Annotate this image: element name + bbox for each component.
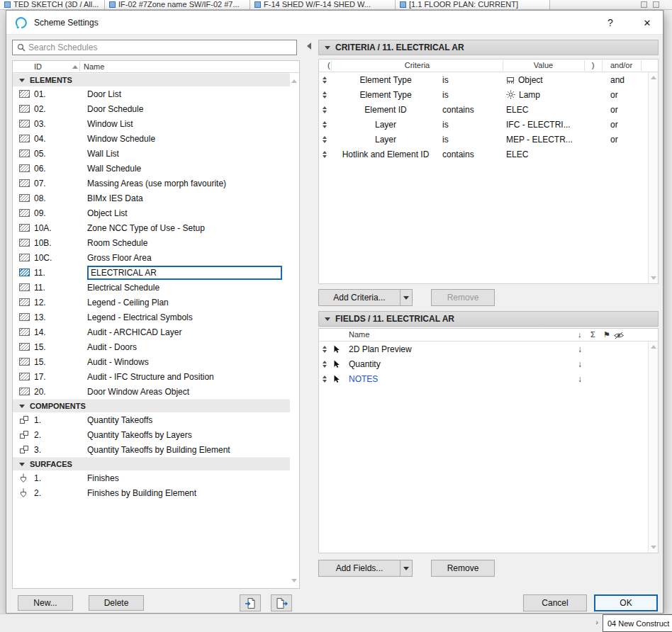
group-header-elements[interactable]: ELEMENTS bbox=[13, 73, 290, 86]
list-item[interactable]: 15.Audit - Windows bbox=[13, 354, 290, 369]
list-item[interactable]: 17.Audit - IFC Structure and Position bbox=[13, 369, 290, 384]
ok-button[interactable]: OK bbox=[594, 594, 658, 611]
list-item[interactable]: 14.Audit - ARCHICAD Layer bbox=[13, 325, 290, 339]
remove-fields-button[interactable]: Remove bbox=[431, 560, 495, 577]
column-header-name[interactable]: Name bbox=[84, 62, 104, 71]
reorder-handle-icon[interactable] bbox=[323, 102, 327, 117]
list-item[interactable]: 08.BIMx IES Data bbox=[13, 191, 290, 205]
criteria-section-header[interactable]: CRITERIA / 11. ELECTRICAL AR bbox=[318, 40, 659, 55]
reorder-handle-icon[interactable] bbox=[323, 342, 327, 356]
add-fields-button[interactable]: Add Fields... bbox=[318, 560, 401, 577]
list-item[interactable]: 12.Legend - Ceiling Plan bbox=[13, 295, 290, 310]
fields-scrollbar[interactable] bbox=[648, 342, 658, 553]
flag-icon[interactable]: ⚑ bbox=[603, 330, 610, 339]
sort-direction-icon[interactable]: ↓ bbox=[578, 330, 582, 339]
add-criteria-dropdown[interactable] bbox=[400, 289, 413, 306]
sort-direction-icon[interactable]: ↓ bbox=[578, 356, 582, 371]
scroll-down-icon[interactable] bbox=[291, 579, 297, 582]
collapse-triangle-icon[interactable] bbox=[19, 79, 25, 82]
help-icon[interactable]: ? bbox=[600, 14, 620, 31]
layout-icon[interactable] bbox=[653, 1, 659, 8]
criteria-value[interactable]: ELEC bbox=[503, 102, 584, 117]
criteria-andor[interactable]: or bbox=[602, 132, 641, 147]
criteria-row[interactable]: LayerisIFC - ELECTRI...or bbox=[319, 117, 658, 132]
list-item[interactable]: 2.Quantity Takeoffs by Layers bbox=[13, 427, 290, 442]
status-expander-icon[interactable]: › bbox=[595, 618, 598, 626]
field-row[interactable]: 2D Plan Preview↓ bbox=[319, 342, 658, 356]
list-item[interactable]: 1.Quantity Takeoffs bbox=[13, 412, 290, 427]
criteria-value[interactable]: MEP - ELECTR... bbox=[503, 132, 584, 147]
collapse-triangle-icon[interactable] bbox=[19, 405, 25, 408]
search-input[interactable] bbox=[28, 43, 296, 52]
list-item[interactable]: 2.Finishes by Building Element bbox=[13, 485, 290, 500]
list-item[interactable]: 09.Object List bbox=[13, 205, 290, 220]
criteria-name[interactable]: Layer bbox=[332, 132, 439, 147]
sum-icon[interactable]: Σ bbox=[590, 330, 595, 339]
reorder-handle-icon[interactable] bbox=[323, 371, 327, 386]
status-layer-box[interactable]: 04 New Construct bbox=[603, 614, 672, 632]
field-name[interactable]: 2D Plan Preview bbox=[349, 342, 412, 356]
criteria-value[interactable]: ELEC bbox=[503, 147, 584, 162]
criteria-operator[interactable]: is bbox=[439, 117, 503, 132]
list-item[interactable]: 10A.Zone NCC Type of Use - Setup bbox=[13, 220, 290, 235]
background-tab[interactable]: F-14 SHED W/F-14 SHED W... bbox=[250, 0, 396, 9]
criteria-value[interactable]: Object bbox=[503, 72, 584, 87]
group-header-components[interactable]: COMPONENTS bbox=[13, 399, 290, 412]
criteria-row[interactable]: Element IDcontainsELECor bbox=[319, 102, 658, 117]
list-item[interactable]: 10C.Gross Floor Area bbox=[13, 250, 290, 265]
list-item[interactable]: 10B.Room Schedule bbox=[13, 235, 290, 250]
field-name[interactable]: Quantity bbox=[349, 356, 381, 371]
column-divider[interactable] bbox=[79, 62, 80, 72]
criteria-row[interactable]: Element TypeisObjectand bbox=[319, 72, 658, 87]
import-scheme-button[interactable] bbox=[240, 594, 261, 611]
close-icon[interactable]: ✕ bbox=[637, 14, 657, 31]
rename-input[interactable]: ELECTRICAL AR bbox=[87, 266, 282, 280]
list-item[interactable]: 06.Wall Schedule bbox=[13, 161, 290, 176]
criteria-name[interactable]: Element ID bbox=[332, 102, 439, 117]
criteria-operator[interactable]: is bbox=[439, 132, 503, 147]
criteria-andor[interactable]: or bbox=[602, 102, 641, 117]
export-scheme-button[interactable] bbox=[271, 594, 292, 611]
collapse-panel-icon[interactable] bbox=[307, 43, 311, 50]
criteria-operator[interactable]: is bbox=[439, 87, 503, 102]
list-item[interactable]: 11.ELECTRICAL AR bbox=[13, 265, 290, 280]
scroll-up-icon[interactable] bbox=[291, 79, 297, 83]
list-item[interactable]: 3.Quantity Takeoffs by Building Element bbox=[13, 442, 290, 457]
criteria-andor[interactable] bbox=[602, 147, 641, 162]
scroll-down-icon[interactable] bbox=[651, 546, 656, 549]
sort-direction-icon[interactable]: ↓ bbox=[578, 342, 582, 356]
field-row[interactable]: NOTES↓ bbox=[319, 371, 658, 386]
list-item[interactable]: 1.Finishes bbox=[13, 470, 290, 485]
cancel-button[interactable]: Cancel bbox=[523, 594, 587, 611]
list-item[interactable]: 01.Door List bbox=[13, 86, 290, 101]
column-header-id[interactable]: ID bbox=[34, 62, 42, 71]
criteria-andor[interactable]: or bbox=[602, 87, 641, 102]
list-item[interactable]: 13.Legend - Electrical Symbols bbox=[13, 310, 290, 325]
criteria-value[interactable]: IFC - ELECTRI... bbox=[503, 117, 584, 132]
criteria-row[interactable]: Hotlink and Element IDcontainsELEC bbox=[319, 147, 658, 162]
list-item[interactable]: 11.Electrical Schedule bbox=[13, 280, 290, 295]
criteria-operator[interactable]: contains bbox=[439, 102, 503, 117]
schedule-list-header[interactable]: ID Name bbox=[13, 61, 299, 73]
criteria-name[interactable]: Hotlink and Element ID bbox=[332, 147, 439, 162]
collapse-triangle-icon[interactable] bbox=[19, 463, 25, 466]
scroll-up-icon[interactable] bbox=[651, 76, 656, 79]
list-item[interactable]: 20.Door Window Areas Object bbox=[13, 384, 290, 399]
field-name[interactable]: NOTES bbox=[349, 371, 378, 386]
reorder-handle-icon[interactable] bbox=[323, 117, 327, 132]
field-row[interactable]: Quantity↓ bbox=[319, 356, 658, 371]
list-item[interactable]: 02.Door Schedule bbox=[13, 101, 290, 116]
criteria-name[interactable]: Element Type bbox=[332, 72, 439, 87]
background-tab[interactable]: IF-02 #7Zone name SW/IF-02 #7... bbox=[105, 0, 250, 9]
criteria-row[interactable]: Element TypeisLampor bbox=[319, 87, 658, 102]
dialog-titlebar[interactable]: Scheme Settings ? ✕ bbox=[6, 11, 663, 35]
criteria-name[interactable]: Layer bbox=[332, 117, 439, 132]
background-tab[interactable]: TED SKETCH (3D / All... bbox=[0, 0, 105, 9]
list-item[interactable]: 03.Window List bbox=[13, 116, 290, 131]
delete-button[interactable]: Delete bbox=[89, 595, 144, 611]
reorder-handle-icon[interactable] bbox=[323, 132, 327, 147]
criteria-name[interactable]: Element Type bbox=[332, 87, 439, 102]
criteria-operator[interactable]: is bbox=[439, 72, 503, 87]
scroll-up-icon[interactable] bbox=[651, 345, 656, 349]
reorder-handle-icon[interactable] bbox=[323, 147, 327, 162]
